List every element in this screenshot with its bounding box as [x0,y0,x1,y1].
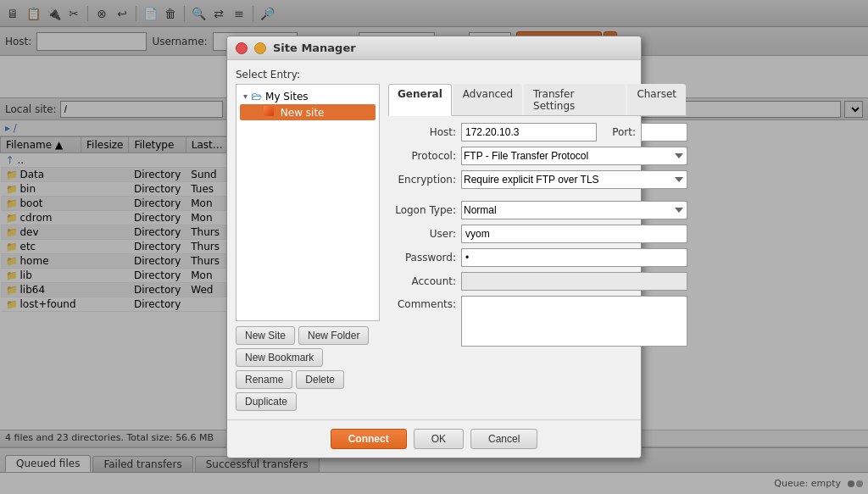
sm-comments-row: Comments: [388,296,687,347]
new-folder-button[interactable]: New Folder [298,326,369,345]
sm-protocol-select[interactable]: FTP - File Transfer Protocol SFTP - SSH … [461,147,687,165]
sm-right: General Advanced Transfer Settings Chars… [388,84,687,411]
sm-encryption-select[interactable]: Require explicit FTP over TLS Use plain … [461,170,687,189]
sm-main: ▾ 🗁 My Sites New site New Site New Folde… [236,84,632,411]
sm-title: Site Manager [273,42,356,54]
sm-tree-root-label: My Sites [265,91,309,103]
sm-minimize-button[interactable] [254,42,266,54]
sm-tab-advanced[interactable]: Advanced [453,84,522,115]
sm-tree-folder-icon: 🗁 [251,90,262,103]
sm-titlebar: Site Manager [227,36,641,60]
new-site-button[interactable]: New Site [236,326,295,345]
sm-cancel-button[interactable]: Cancel [470,429,537,449]
sm-tree-arrow: ▾ [243,92,248,101]
sm-connect-button[interactable]: Connect [331,429,407,449]
sm-body: Select Entry: ▾ 🗁 My Sites New site [227,60,641,419]
sm-port-input[interactable] [641,123,687,142]
sm-user-label: User: [388,228,456,240]
sm-host-row: Host: Port: [388,123,687,142]
duplicate-button[interactable]: Duplicate [236,392,297,411]
sm-tree-buttons: New Site New Folder New Bookmark Rename … [236,326,380,411]
sm-comments-label: Comments: [388,296,456,310]
sm-tree-new-site[interactable]: New site [240,104,376,120]
sm-account-row: Account: [388,272,687,291]
sm-user-row: User: [388,225,687,243]
sm-logon-label: Logon Type: [388,204,456,216]
sm-encryption-row: Encryption: Require explicit FTP over TL… [388,170,687,189]
sm-form: Host: Port: Protocol: FTP - File Transfe… [388,123,687,347]
sm-tree-site-icon [264,106,274,116]
sm-account-label: Account: [388,275,456,287]
sm-password-row: Password: [388,248,687,267]
sm-tab-charset[interactable]: Charset [627,84,686,115]
sm-sep1 [388,194,687,201]
sm-account-input[interactable] [461,272,687,291]
sm-port-label: Port: [602,126,636,138]
sm-host-input[interactable] [461,123,597,142]
sm-select-label: Select Entry: [236,69,632,80]
sm-tree: ▾ 🗁 My Sites New site [236,84,380,321]
site-manager-dialog: Site Manager Select Entry: ▾ 🗁 My Sites [226,36,642,458]
sm-protocol-row: Protocol: FTP - File Transfer Protocol S… [388,147,687,165]
sm-password-label: Password: [388,252,456,264]
sm-close-button[interactable] [236,42,248,54]
sm-tree-site-label: New site [281,107,325,119]
sm-tab-general[interactable]: General [388,84,452,116]
sm-tabs: General Advanced Transfer Settings Chars… [388,84,687,116]
modal-overlay: Site Manager Select Entry: ▾ 🗁 My Sites [0,0,868,494]
sm-logon-row: Logon Type: Normal Anonymous Ask for pas… [388,201,687,219]
sm-password-input[interactable] [461,248,687,267]
sm-tab-transfer-settings[interactable]: Transfer Settings [524,84,626,115]
sm-encryption-label: Encryption: [388,174,456,186]
new-bookmark-button[interactable]: New Bookmark [236,348,323,367]
sm-footer: Connect OK Cancel [227,419,641,458]
sm-host-label: Host: [388,126,456,138]
sm-tree-root[interactable]: ▾ 🗁 My Sites [240,88,376,104]
sm-protocol-label: Protocol: [388,150,456,162]
delete-button[interactable]: Delete [296,370,344,389]
sm-user-input[interactable] [461,225,687,243]
sm-ok-button[interactable]: OK [414,429,464,449]
rename-button[interactable]: Rename [236,370,292,389]
sm-logon-select[interactable]: Normal Anonymous Ask for password [461,201,687,219]
sm-comments-textarea[interactable] [461,296,687,347]
